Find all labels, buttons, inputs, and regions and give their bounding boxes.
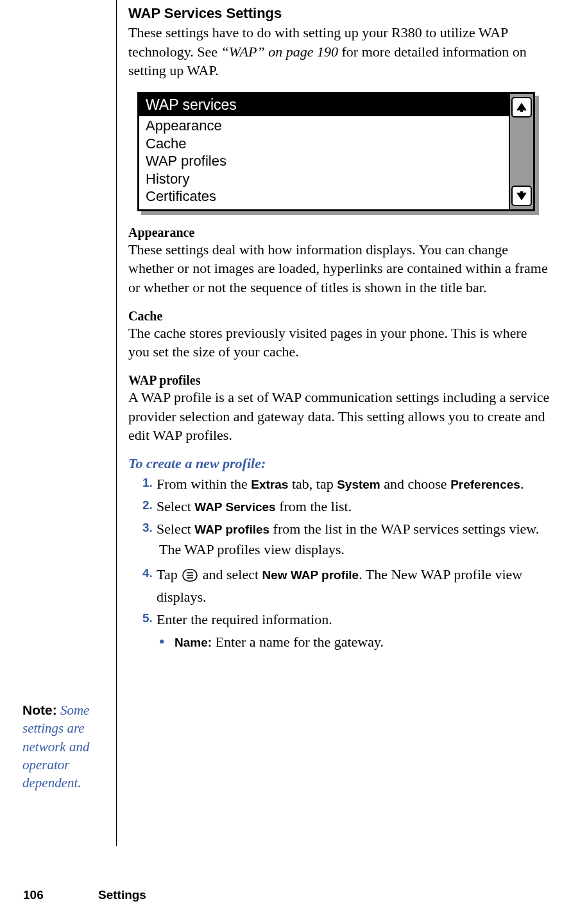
footer-title: Settings [98, 888, 146, 902]
scroll-up-icon [511, 97, 532, 118]
list-item: WAP profiles [146, 152, 502, 170]
main-content: WAP Services Settings These settings hav… [128, 5, 552, 651]
margin-note: Note: Some settings are network and oper… [22, 701, 112, 792]
instruction-title: To create a new profile: [128, 455, 552, 472]
scroll-down-icon [511, 186, 532, 206]
step-3-result: The WAP profiles view displays. [159, 540, 552, 560]
svg-rect-1 [520, 109, 523, 112]
list-item: History [146, 170, 502, 188]
list-item: Certificates [146, 187, 502, 205]
step-1: 1. From within the Extras tab, tap Syste… [142, 475, 552, 494]
device-title-bar: WAP services [139, 94, 509, 116]
bullet-name: Name: Enter a name for the gateway. [159, 632, 552, 652]
list-item: Appearance [146, 117, 502, 135]
cache-body: The cache stores previously visited page… [128, 324, 552, 362]
intro-paragraph: These settings have to do with setting u… [128, 23, 552, 80]
step-list: 1. From within the Extras tab, tap Syste… [128, 475, 552, 651]
step-2: 2. Select WAP Services from the list. [142, 497, 552, 517]
page-number: 106 [23, 888, 44, 902]
subheading-wap-profiles: WAP profiles [128, 373, 552, 388]
subheading-cache: Cache [128, 309, 552, 324]
menu-icon [182, 568, 198, 588]
vertical-rule [116, 0, 117, 846]
step-4: 4. Tap and select New WAP profile. The N… [142, 565, 552, 607]
note-label: Note: [22, 702, 57, 717]
wap-profiles-body: A WAP profile is a set of WAP communicat… [128, 388, 552, 445]
page-footer: 106 Settings [23, 888, 146, 902]
step-3: 3. Select WAP profiles from the list in … [142, 519, 552, 561]
appearance-body: These settings deal with how information… [128, 240, 552, 297]
scrollbar [509, 94, 533, 209]
section-heading: WAP Services Settings [128, 5, 552, 22]
svg-marker-3 [516, 193, 527, 200]
subheading-appearance: Appearance [128, 225, 552, 240]
device-screenshot: WAP services Appearance Cache WAP profil… [137, 92, 535, 211]
list-item: Cache [146, 135, 502, 153]
step-5: 5. Enter the required information. [142, 610, 552, 630]
cross-reference: “WAP” on page 190 [221, 44, 338, 60]
